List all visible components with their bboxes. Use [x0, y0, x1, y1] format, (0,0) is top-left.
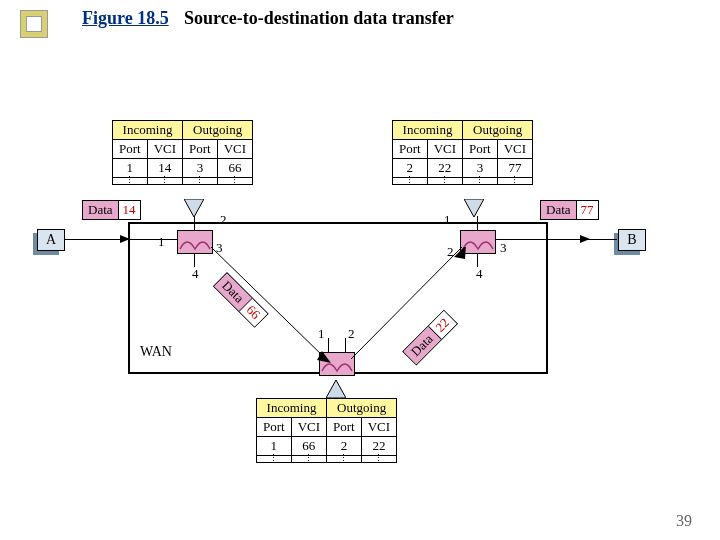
port-label: 4	[476, 266, 483, 282]
terminal-a: A	[37, 229, 65, 251]
slide-bullet-icon	[20, 10, 48, 38]
port-label: 3	[500, 240, 507, 256]
port-label: 2	[447, 244, 454, 260]
routing-table-right: IncomingOutgoing PortVCIPortVCI 222377 ⋮…	[392, 120, 533, 185]
port-label: 2	[348, 326, 355, 342]
link-bottom-to-right	[344, 247, 469, 369]
packet-b: Data77	[540, 200, 599, 220]
routing-table-bottom: IncomingOutgoing PortVCIPortVCI 166222 ⋮…	[256, 398, 397, 463]
svg-marker-2	[326, 380, 346, 398]
wan-label: WAN	[140, 344, 172, 360]
svg-line-5	[351, 247, 462, 359]
port-label: 3	[216, 240, 223, 256]
switch-left	[177, 230, 213, 254]
svg-marker-0	[184, 199, 204, 217]
svg-line-3	[211, 247, 326, 359]
figure-label: Figure 18.5	[82, 8, 169, 29]
port-label: 4	[192, 266, 199, 282]
terminal-b: B	[618, 229, 646, 251]
table-pointer-right	[464, 199, 484, 221]
packet-a: Data14	[82, 200, 141, 220]
figure-title: Source-to-destination data transfer	[184, 8, 454, 29]
table-pointer-bottom	[326, 380, 346, 402]
page-number: 39	[676, 512, 692, 530]
svg-marker-1	[464, 199, 484, 217]
link-left-to-bottom	[211, 247, 336, 369]
port-label: 1	[444, 212, 451, 228]
port-label: 2	[220, 212, 227, 228]
port-label: 1	[318, 326, 325, 342]
routing-table-left: IncomingOutgoing PortVCIPortVCI 114366 ⋮…	[112, 120, 253, 185]
port-label: 1	[158, 234, 165, 250]
